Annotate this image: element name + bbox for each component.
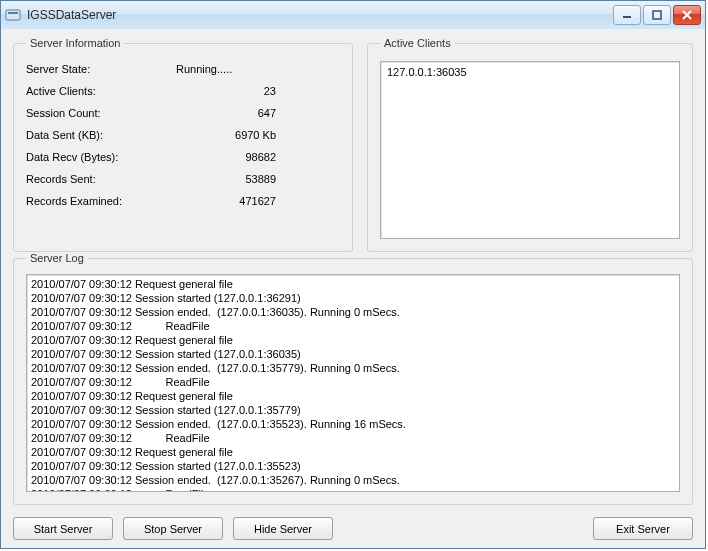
server-information-legend: Server Information <box>26 37 124 49</box>
svg-rect-1 <box>8 12 18 14</box>
active-clients-row: Active Clients: 23 <box>26 85 340 97</box>
active-clients-group: Active Clients 127.0.0.1:36035 <box>367 37 693 252</box>
data-sent-row: Data Sent (KB): 6970 Kb <box>26 129 340 141</box>
server-state-label: Server State: <box>26 63 176 75</box>
active-clients-listbox[interactable]: 127.0.0.1:36035 <box>380 61 680 239</box>
window-controls <box>613 5 701 25</box>
button-spacer <box>343 517 583 540</box>
records-examined-value: 471627 <box>176 195 276 207</box>
active-clients-label: Active Clients: <box>26 85 176 97</box>
server-information-group: Server Information Server State: Running… <box>13 37 353 252</box>
start-server-button[interactable]: Start Server <box>13 517 113 540</box>
session-count-label: Session Count: <box>26 107 176 119</box>
hide-server-button[interactable]: Hide Server <box>233 517 333 540</box>
stop-server-button[interactable]: Stop Server <box>123 517 223 540</box>
button-bar: Start Server Stop Server Hide Server Exi… <box>13 517 693 540</box>
session-count-value: 647 <box>176 107 276 119</box>
data-recv-label: Data Recv (Bytes): <box>26 151 176 163</box>
server-log-group: Server Log 2010/07/07 09:30:12 Request g… <box>13 252 693 505</box>
active-clients-legend: Active Clients <box>380 37 455 49</box>
session-count-row: Session Count: 647 <box>26 107 340 119</box>
app-icon <box>5 7 21 23</box>
data-sent-label: Data Sent (KB): <box>26 129 176 141</box>
records-examined-label: Records Examined: <box>26 195 176 207</box>
records-sent-value: 53889 <box>176 173 276 185</box>
window-title: IGSSDataServer <box>27 8 613 22</box>
data-sent-value: 6970 Kb <box>176 129 276 141</box>
svg-rect-0 <box>6 10 20 20</box>
maximize-button[interactable] <box>643 5 671 25</box>
close-button[interactable] <box>673 5 701 25</box>
records-sent-row: Records Sent: 53889 <box>26 173 340 185</box>
server-state-value: Running..... <box>176 63 276 75</box>
exit-server-button[interactable]: Exit Server <box>593 517 693 540</box>
data-recv-row: Data Recv (Bytes): 98682 <box>26 151 340 163</box>
list-item[interactable]: 127.0.0.1:36035 <box>387 66 673 78</box>
server-state-row: Server State: Running..... <box>26 63 340 75</box>
server-log-legend: Server Log <box>26 252 88 264</box>
records-sent-label: Records Sent: <box>26 173 176 185</box>
server-log-listbox[interactable]: 2010/07/07 09:30:12 Request general file… <box>26 274 680 492</box>
records-examined-row: Records Examined: 471627 <box>26 195 340 207</box>
minimize-button[interactable] <box>613 5 641 25</box>
client-area: Server Information Server State: Running… <box>1 29 705 548</box>
app-window: IGSSDataServer Server Information Server… <box>0 0 706 549</box>
active-clients-value: 23 <box>176 85 276 97</box>
svg-rect-3 <box>653 11 661 19</box>
titlebar[interactable]: IGSSDataServer <box>1 1 705 30</box>
data-recv-value: 98682 <box>176 151 276 163</box>
